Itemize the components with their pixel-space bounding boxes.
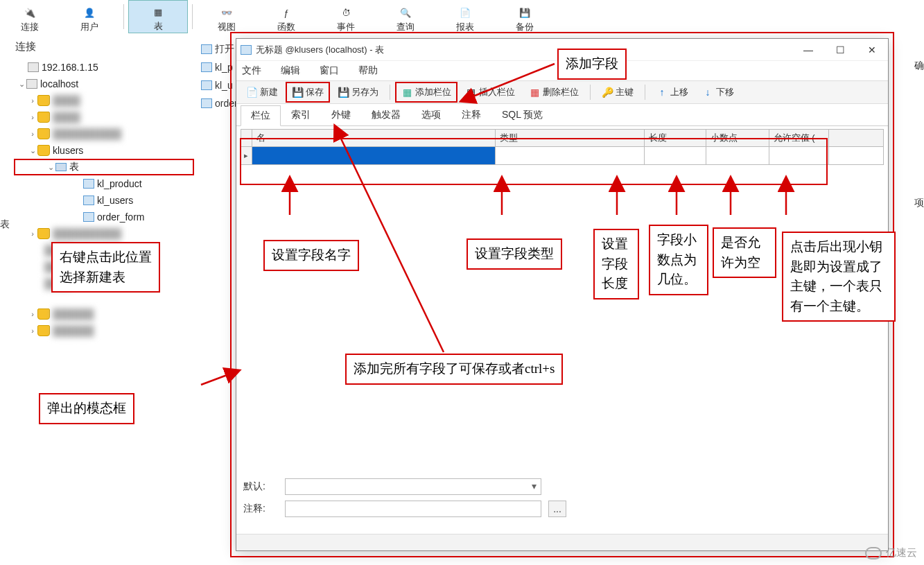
col-length[interactable]: 长度 (645, 130, 706, 147)
btn-save[interactable]: 💾保存 (286, 82, 329, 102)
cell-allownull[interactable] (769, 147, 828, 165)
tb-backup[interactable]: 💾备份 (495, 0, 555, 33)
tree-folder-table[interactable]: ⌄表 (14, 159, 194, 175)
tab-trigger[interactable]: 触发器 (361, 105, 411, 125)
expand-icon[interactable]: › (28, 310, 37, 318)
expand-icon[interactable]: › (28, 229, 37, 238)
btn-moveup[interactable]: ↑上移 (651, 82, 694, 102)
field-grid[interactable]: 名 类型 长度 小数点 允许空值 ( ▸ (241, 129, 884, 165)
tb-connection[interactable]: 🔌连接 (0, 0, 60, 33)
separator (123, 4, 124, 29)
expand-icon[interactable]: › (28, 327, 37, 335)
tb-view[interactable]: 👓视图 (197, 0, 256, 33)
collapse-icon[interactable]: ⌄ (46, 163, 55, 172)
database-icon (37, 145, 50, 156)
tab-option[interactable]: 选项 (411, 105, 451, 125)
expand-icon[interactable]: › (28, 130, 37, 138)
tab-comment[interactable]: 注释 (451, 105, 491, 125)
tree-db[interactable]: ›████ (14, 109, 194, 125)
bg-tab[interactable]: kl_p (201, 60, 238, 75)
database-icon (37, 112, 50, 123)
btn-movedown[interactable]: ↓下移 (697, 82, 740, 102)
table-icon (83, 179, 94, 189)
main-toolbar: 🔌连接 👤用户 ▦表 👓视图 ƒ函数 ⏱事件 🔍查询 📄报表 💾备份 (0, 0, 894, 33)
collapse-icon[interactable]: ⌄ (17, 80, 26, 89)
col-allownull[interactable]: 允许空值 ( (769, 130, 828, 147)
col-name[interactable]: 名 (252, 130, 495, 147)
tree-host[interactable]: ⌄localhost (14, 76, 194, 92)
view-icon: 👓 (214, 4, 239, 21)
menu-edit[interactable]: 编辑 (281, 64, 300, 77)
tb-report[interactable]: 📄报表 (435, 0, 495, 33)
tb-function[interactable]: ƒ函数 (256, 0, 316, 33)
comment-ellipsis-button[interactable]: ... (548, 501, 566, 517)
anno-set-name: 设置字段名字 (263, 240, 359, 271)
btn-primary-key[interactable]: 🔑主键 (596, 82, 639, 102)
database-icon (37, 308, 50, 320)
separator (192, 4, 193, 29)
default-label: 默认: (243, 480, 278, 493)
cell-length[interactable] (645, 147, 706, 165)
connection-panel-label: 连接 (15, 40, 36, 53)
comment-input[interactable] (285, 501, 541, 517)
tree-db[interactable]: ›██████████ (14, 225, 194, 242)
tab-sqlpreview[interactable]: SQL 预览 (491, 105, 553, 125)
btn-insert-column[interactable]: ▦插入栏位 (460, 82, 521, 102)
expand-icon[interactable]: › (28, 113, 37, 121)
col-type[interactable]: 类型 (496, 130, 645, 147)
expand-icon[interactable]: › (28, 96, 37, 105)
function-icon: ƒ (274, 4, 299, 21)
tree-db[interactable]: ›██████ (14, 322, 194, 339)
tree-db-klusers[interactable]: ⌄klusers (14, 142, 194, 159)
maximize-button[interactable]: ☐ (824, 40, 856, 60)
tree-db[interactable]: ›██████ (14, 306, 194, 322)
default-combo[interactable] (285, 478, 541, 495)
tb-event[interactable]: ⏱事件 (316, 0, 376, 33)
tree-host[interactable]: 192.168.1.15 (14, 59, 194, 76)
bg-tab[interactable]: order (201, 96, 238, 111)
btn-new[interactable]: 📄新建 (241, 82, 284, 102)
tab-index[interactable]: 索引 (281, 105, 321, 125)
tree-db[interactable]: ›██████████ (14, 125, 194, 142)
collapse-icon[interactable]: ⌄ (28, 146, 37, 155)
menu-window[interactable]: 窗口 (320, 64, 339, 77)
dialog-toolbar: 📄新建 💾保存 💾另存为 ▦添加栏位 ▦插入栏位 ▦删除栏位 🔑主键 ↑上移 ↓… (236, 80, 888, 104)
table-icon (201, 98, 212, 108)
btn-add-column[interactable]: ▦添加栏位 (396, 82, 457, 102)
bg-tab[interactable]: 打开 (201, 42, 238, 57)
event-icon: ⏱ (333, 4, 358, 21)
tree-table-item[interactable]: order_form (14, 209, 194, 225)
tree-table-item[interactable]: kl_product (14, 175, 194, 192)
col-decimal[interactable]: 小数点 (706, 130, 769, 147)
cell-key[interactable] (828, 147, 883, 165)
tb-query[interactable]: 🔍查询 (376, 0, 435, 33)
field-properties-form: 默认: 注释: ... (243, 476, 881, 520)
tab-field[interactable]: 栏位 (241, 105, 281, 126)
tab-fkey[interactable]: 外键 (321, 105, 361, 125)
tb-table[interactable]: ▦表 (128, 0, 188, 33)
bg-tab[interactable]: kl_u (201, 78, 238, 93)
anno-rightclick: 右键点击此位置选择新建表 (51, 242, 160, 293)
btn-delete-column[interactable]: ▦删除栏位 (523, 82, 584, 102)
tb-user[interactable]: 👤用户 (60, 0, 119, 33)
grid-row[interactable]: ▸ (241, 147, 884, 165)
menu-help[interactable]: 帮助 (358, 64, 378, 77)
tree-db[interactable]: ›████ (14, 92, 194, 109)
saveas-icon: 💾 (338, 87, 349, 98)
minimize-button[interactable]: — (792, 40, 824, 60)
close-button[interactable]: ✕ (856, 40, 888, 60)
btn-saveas[interactable]: 💾另存为 (332, 82, 384, 102)
cell-editor[interactable] (252, 147, 495, 164)
cell-name[interactable] (252, 147, 495, 165)
backup-icon: 💾 (512, 4, 537, 21)
delete-column-icon: ▦ (529, 87, 540, 98)
cell-type[interactable] (496, 147, 645, 165)
col-key[interactable] (828, 130, 883, 147)
tree-table-item[interactable]: kl_users (14, 192, 194, 209)
arrow-up-icon: ↑ (656, 87, 668, 98)
menu-file[interactable]: 文件 (242, 64, 261, 77)
table-icon (241, 45, 252, 55)
database-icon (37, 95, 50, 106)
cell-decimal[interactable] (706, 147, 769, 165)
anno-add-field: 添加字段 (557, 49, 627, 80)
